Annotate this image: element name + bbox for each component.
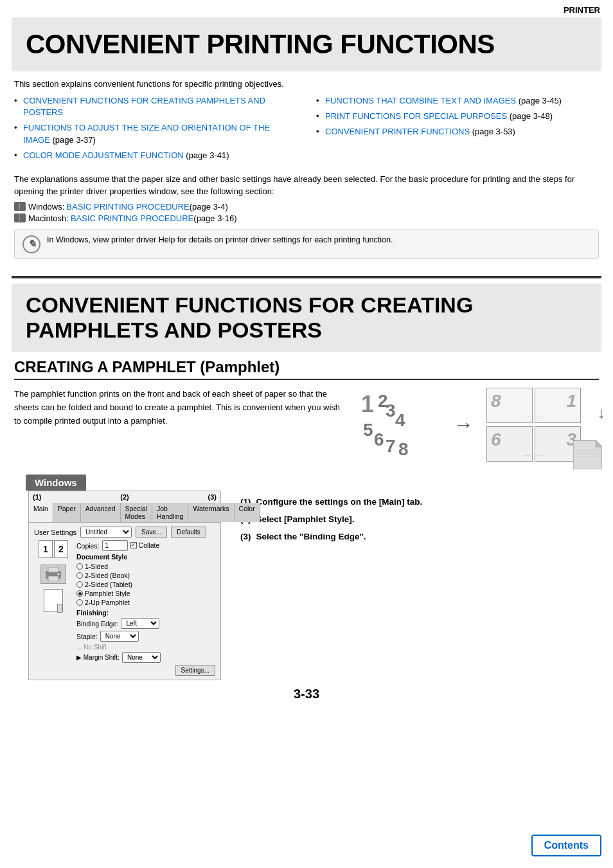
- dialog-user-settings-select[interactable]: Untitled: [80, 527, 132, 538]
- radio-group: 1-Sided 2-Sided (Book) 2-Sided (Tablet): [76, 563, 215, 606]
- staple-row: Staple: None: [76, 631, 215, 642]
- settings-btn[interactable]: Settings...: [175, 665, 215, 676]
- binding-edge-select[interactable]: Left Right Top: [121, 618, 159, 629]
- dialog-tab-color[interactable]: Color: [235, 503, 260, 522]
- subsection-title: CREATING A PAMPHLET (Pamphlet): [14, 358, 599, 380]
- link-pamphlets[interactable]: CONVENIENT FUNCTIONS FOR CREATING PAMPHL…: [23, 96, 265, 117]
- settings-btn-container: Settings...: [76, 665, 215, 676]
- collate-checkbox[interactable]: Collate: [130, 541, 160, 549]
- radio-circle-1sided: [76, 563, 83, 570]
- dialog-label-1: (1): [33, 493, 41, 501]
- down-arrow: ↓: [598, 404, 605, 422]
- link-printer-functions-suffix: (page 3-53): [470, 127, 515, 136]
- radio-label-1sided: 1-Sided: [85, 563, 108, 570]
- list-item: FUNCTIONS TO ADJUST THE SIZE AND ORIENTA…: [14, 122, 297, 145]
- instr-text-3: Select the "Binding Edge".: [256, 532, 366, 541]
- proc-mac-suffix: (page 3-16): [193, 213, 236, 223]
- radio-2sided-book[interactable]: 2-Sided (Book): [76, 572, 215, 579]
- proc-mac-os: Macintosh:: [28, 213, 69, 223]
- dialog-tab-paper[interactable]: Paper: [53, 503, 81, 522]
- instr-label-3: (3): [240, 532, 251, 541]
- copies-label: Copies:: [76, 542, 100, 550]
- note-box: ✎ In Windows, view printer driver Help f…: [14, 230, 599, 259]
- page-num-4: 4: [395, 410, 405, 431]
- page-num-3: 3: [386, 401, 396, 421]
- svg-rect-3: [19, 214, 20, 222]
- finishing-header: Finishing:: [76, 609, 215, 617]
- link-size-adjust-suffix: (page 3-37): [50, 135, 96, 145]
- book-icon-mac: [14, 213, 26, 222]
- radio-pamphlet[interactable]: Pamphlet Style: [76, 590, 215, 597]
- doc-style-label: Document Style: [76, 553, 215, 561]
- radio-label-2sided-tablet: 2-Sided (Tablet): [85, 581, 132, 588]
- top-page-1: 1: [566, 391, 576, 411]
- radio-2up[interactable]: 2-Up Pamphlet: [76, 599, 215, 606]
- dialog-tab-watermarks[interactable]: Watermarks: [188, 503, 234, 522]
- page-icon: [44, 589, 63, 612]
- radio-circle-2sided-tablet: [76, 581, 83, 588]
- top-sheet: 8 ··· 1 ···: [486, 388, 581, 423]
- preview-page-2: 2: [54, 540, 68, 558]
- instruction-3: (3) Select the "Binding Edge".: [240, 532, 585, 541]
- svg-rect-1: [19, 203, 20, 210]
- link-color-mode[interactable]: COLOR MODE ADJUSTMENT FUNCTION: [23, 150, 184, 160]
- dialog-tabs: Main Paper Advanced Special Modes Job Ha…: [29, 503, 220, 523]
- dialog-body: User Settings Untitled Save... Defaults …: [29, 523, 220, 680]
- dialog-mockup: (1) (2) (3) Main Paper Advanced Special …: [28, 491, 221, 680]
- dialog-defaults-btn[interactable]: Defaults: [171, 527, 206, 538]
- page-num-6: 6: [374, 429, 384, 450]
- dialog-tab-job[interactable]: Job Handling: [152, 503, 188, 522]
- margin-shift-select[interactable]: None: [122, 652, 161, 663]
- dialog-label-3: (3): [208, 493, 217, 501]
- bullet-col-right: FUNCTIONS THAT COMBINE TEXT AND IMAGES (…: [316, 95, 599, 165]
- proc-windows-link[interactable]: BASIC PRINTING PROCEDURE: [66, 202, 189, 212]
- main-title-banner: CONVENIENT PRINTING FUNCTIONS: [12, 17, 601, 71]
- contents-button[interactable]: Contents: [531, 835, 601, 856]
- radio-1sided[interactable]: 1-Sided: [76, 563, 215, 570]
- preview-pages: 1 2: [39, 540, 68, 558]
- list-item: FUNCTIONS THAT COMBINE TEXT AND IMAGES (…: [316, 95, 599, 107]
- proc-mac-link[interactable]: BASIC PRINTING PROCEDURE: [71, 213, 193, 223]
- dialog-user-settings-row: User Settings Untitled Save... Defaults: [34, 527, 215, 538]
- link-printer-functions[interactable]: CONVENIENT PRINTER FUNCTIONS: [325, 127, 470, 136]
- dialog-tab-main[interactable]: Main: [29, 503, 53, 522]
- windows-label: Windows: [26, 475, 86, 491]
- bottom-page-6: 6: [491, 429, 501, 450]
- copies-input[interactable]: [102, 540, 128, 551]
- top-left-page: 8 ···: [486, 388, 533, 423]
- radio-label-2sided-book: 2-Sided (Book): [85, 572, 130, 579]
- instr-text-1: Configure the settings on the [Main] tab…: [256, 497, 423, 507]
- procedure-links: Windows: BASIC PRINTING PROCEDURE (page …: [14, 202, 599, 223]
- dialog-save-btn[interactable]: Save...: [136, 527, 167, 538]
- dialog-preview: 1 2: [34, 540, 73, 676]
- link-color-mode-suffix: (page 3-41): [184, 150, 229, 160]
- svg-point-12: [58, 574, 60, 575]
- intro-text: This section explains convenient functio…: [14, 79, 599, 89]
- margin-shift-label: ▶ Margin Shift:: [76, 654, 120, 661]
- preview-page-1: 1: [39, 540, 53, 558]
- proc-windows-suffix: (page 3-4): [190, 202, 228, 212]
- section-title: CONVENIENT FUNCTIONS FOR CREATING PAMPHL…: [26, 293, 587, 343]
- staple-label: Staple:: [76, 633, 98, 640]
- subsection-pamphlet: CREATING A PAMPHLET (Pamphlet) The pamph…: [0, 358, 613, 680]
- bottom-sheet: 6 ··· 3 ···: [486, 426, 581, 462]
- dialog-tab-advanced[interactable]: Advanced: [81, 503, 121, 522]
- svg-marker-5: [596, 440, 602, 447]
- dialog-user-settings-label: User Settings: [34, 529, 76, 536]
- binding-edge-row: Binding Edge: Left Right Top: [76, 618, 215, 629]
- content-area: This section explains convenient functio…: [0, 71, 613, 276]
- link-special-purposes[interactable]: PRINT FUNCTIONS FOR SPECIAL PURPOSES: [325, 111, 507, 121]
- dialog-label-row: (1) (2) (3): [29, 491, 220, 503]
- collate-label: Collate: [139, 541, 160, 549]
- instruction-1: (1) Configure the settings on the [Main]…: [240, 497, 585, 507]
- dialog-tab-special[interactable]: Special Modes: [121, 503, 152, 522]
- bottom-area: (1) (2) (3) Main Paper Advanced Special …: [14, 491, 599, 680]
- bullet-grid: CONVENIENT FUNCTIONS FOR CREATING PAMPHL…: [14, 95, 599, 165]
- section-title-banner: CONVENIENT FUNCTIONS FOR CREATING PAMPHL…: [12, 284, 601, 352]
- radio-2sided-tablet[interactable]: 2-Sided (Tablet): [76, 581, 215, 588]
- staple-select[interactable]: None: [100, 631, 139, 642]
- proc-link-mac: Macintosh: BASIC PRINTING PROCEDURE (pag…: [14, 213, 599, 223]
- link-text-images[interactable]: FUNCTIONS THAT COMBINE TEXT AND IMAGES: [325, 96, 516, 105]
- page-number: 3-33: [0, 680, 613, 705]
- note-icon: ✎: [22, 235, 40, 253]
